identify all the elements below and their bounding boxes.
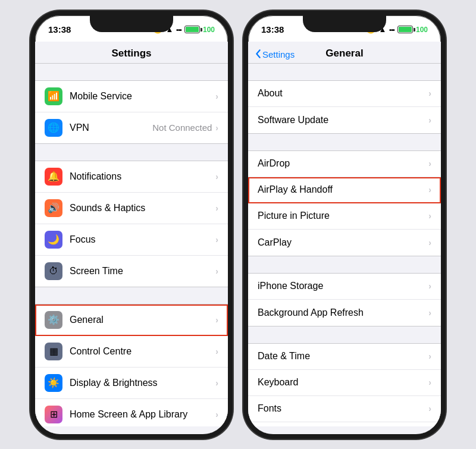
- chevron-icon: ›: [428, 308, 431, 318]
- list-item[interactable]: Software Update ›: [248, 107, 441, 133]
- battery-fill-2: [399, 27, 412, 32]
- nav-bar-2: Settings General: [248, 42, 441, 64]
- list-item[interactable]: ☀️ Display & Brightness ›: [35, 368, 228, 399]
- vpn-icon: 🌐: [45, 119, 62, 137]
- chevron-icon: ›: [215, 378, 218, 388]
- general-title: General: [325, 48, 363, 59]
- home-screen-icon: ⊞: [45, 406, 62, 423]
- chevron-icon: ›: [215, 172, 218, 181]
- list-item[interactable]: 🔔 Notifications ›: [35, 161, 228, 193]
- gap-3: [35, 287, 228, 304]
- item-label: Fonts: [258, 403, 428, 414]
- item-label: VPN: [70, 123, 152, 133]
- vpn-value: Not Connected: [152, 123, 212, 133]
- gap-2-3: [248, 256, 441, 273]
- gap-2-2: [248, 134, 441, 150]
- list-item[interactable]: 🌐 VPN Not Connected ›: [35, 112, 228, 143]
- list-item[interactable]: Date & Time ›: [248, 344, 441, 370]
- item-label: iPhone Storage: [258, 281, 428, 291]
- list-item[interactable]: ⏱ Screen Time ›: [35, 256, 228, 287]
- gap-1: [35, 64, 228, 80]
- control-centre-icon: ▦: [45, 343, 62, 360]
- item-label: AirPlay & Handoff: [258, 184, 428, 195]
- status-time-1: 13:38: [48, 24, 71, 34]
- chevron-icon: ›: [428, 238, 431, 247]
- group-1-2: 🔔 Notifications › 🔊 Sounds & Haptics › 🌙…: [35, 161, 228, 287]
- item-label: Control Centre: [70, 346, 215, 357]
- back-label: Settings: [262, 49, 295, 59]
- list-item[interactable]: About ›: [248, 81, 441, 107]
- list-item[interactable]: 🌙 Focus ›: [35, 224, 228, 256]
- list-item[interactable]: 🔊 Sounds & Haptics ›: [35, 193, 228, 224]
- battery-fill-1: [186, 27, 199, 32]
- chevron-icon: ›: [215, 347, 218, 356]
- chevron-icon: ›: [428, 211, 431, 221]
- airplay-handoff-list-item[interactable]: AirPlay & Handoff ›: [248, 177, 441, 203]
- battery-percent-1: 100: [203, 26, 215, 34]
- focus-icon: 🌙: [45, 231, 62, 249]
- item-label: General: [70, 315, 215, 325]
- item-label: Mobile Service: [70, 91, 215, 102]
- chevron-icon: ›: [428, 378, 431, 387]
- chevron-icon: ›: [215, 266, 218, 276]
- gap-2: [35, 144, 228, 161]
- list-item[interactable]: ⊞ Home Screen & App Library ›: [35, 399, 228, 426]
- item-label: Screen Time: [70, 266, 215, 277]
- chevron-icon: ›: [215, 203, 218, 213]
- list-item[interactable]: Fonts ›: [248, 396, 441, 422]
- group-2-4: Date & Time › Keyboard › Fonts › Languag…: [248, 343, 441, 426]
- item-label: AirDrop: [258, 158, 428, 169]
- item-label: Display & Brightness: [70, 378, 215, 388]
- chevron-icon: ›: [215, 235, 218, 244]
- item-label: Sounds & Haptics: [70, 203, 215, 213]
- screen-time-icon: ⏱: [45, 262, 62, 280]
- group-1-3: ⚙️ General › ▦ Control Centre › ☀️ Displ…: [35, 304, 228, 426]
- list-item[interactable]: CarPlay ›: [248, 230, 441, 256]
- mobile-service-icon: 📶: [45, 87, 62, 105]
- group-1-1: 📶 Mobile Service › 🌐 VPN Not Connected ›: [35, 80, 228, 144]
- list-item[interactable]: ▦ Control Centre ›: [35, 336, 228, 368]
- group-2-2: AirDrop › AirPlay & Handoff › Picture in…: [248, 150, 441, 256]
- settings-list-1: 📶 Mobile Service › 🌐 VPN Not Connected ›…: [35, 64, 228, 426]
- item-label: About: [258, 88, 428, 99]
- nav-bar-1: Settings: [35, 42, 228, 64]
- item-label: Software Update: [258, 115, 428, 125]
- list-item[interactable]: Keyboard ›: [248, 370, 441, 396]
- status-time-2: 13:38: [261, 24, 284, 34]
- phone-1: 13:38 🌙 ▲ ▪▪▪ 100 Settings 📶 Mobile Serv…: [30, 11, 233, 439]
- general-icon: ⚙️: [45, 311, 62, 329]
- list-item[interactable]: Language & Region ›: [248, 422, 441, 426]
- list-item[interactable]: AirDrop ›: [248, 151, 441, 177]
- list-item[interactable]: Background App Refresh ›: [248, 300, 441, 326]
- chevron-icon: ›: [428, 89, 431, 98]
- item-label: Keyboard: [258, 377, 428, 388]
- notifications-icon: 🔔: [45, 168, 62, 186]
- battery-percent-2: 100: [416, 26, 428, 34]
- notch-2: [303, 15, 386, 32]
- list-item[interactable]: iPhone Storage ›: [248, 274, 441, 300]
- chevron-icon: ›: [215, 315, 218, 325]
- item-label: CarPlay: [258, 237, 428, 248]
- chevron-icon: ›: [428, 404, 431, 413]
- item-label: Background App Refresh: [258, 307, 428, 318]
- list-item[interactable]: 📶 Mobile Service ›: [35, 81, 228, 112]
- display-icon: ☀️: [45, 374, 62, 392]
- list-item[interactable]: Picture in Picture ›: [248, 203, 441, 230]
- item-label: Home Screen & App Library: [70, 409, 215, 420]
- item-label: Picture in Picture: [258, 211, 428, 221]
- screen-2: Settings General About › Software Update…: [248, 42, 441, 434]
- chevron-icon: ›: [215, 410, 218, 419]
- settings-title: Settings: [111, 48, 151, 59]
- chevron-icon: ›: [428, 281, 431, 291]
- chevron-icon: ›: [428, 159, 431, 168]
- battery-icon-1: [184, 26, 200, 33]
- item-label: Focus: [70, 234, 215, 245]
- general-list-item[interactable]: ⚙️ General ›: [35, 304, 228, 336]
- signal-icon-1: ▪▪▪: [176, 26, 181, 33]
- phone-2: 13:38 🌙 ▲ ▪▪▪ 100 Settings General: [243, 11, 446, 439]
- battery-icon-2: [397, 26, 413, 33]
- item-label: Notifications: [70, 171, 215, 182]
- group-2-1: About › Software Update ›: [248, 80, 441, 134]
- back-button[interactable]: Settings: [255, 49, 295, 59]
- gap-2-4: [248, 326, 441, 343]
